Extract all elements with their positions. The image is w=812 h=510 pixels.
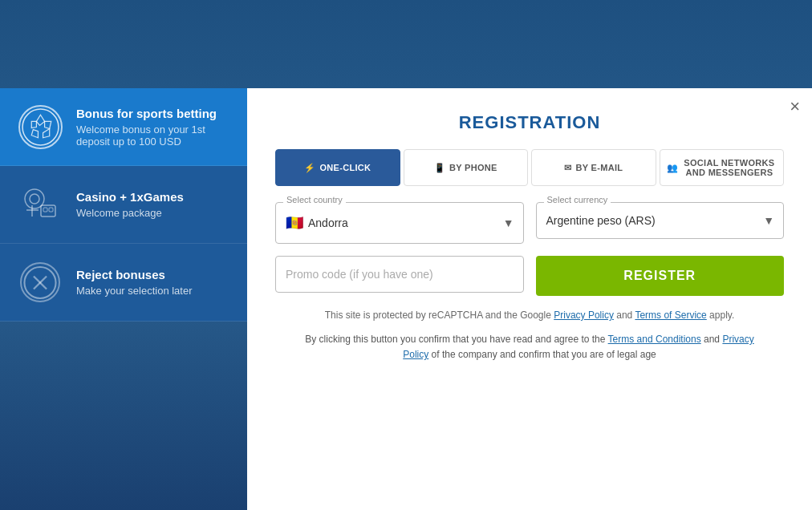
svg-marker-4 — [31, 129, 38, 137]
email-icon: ✉ — [564, 163, 571, 173]
casino-bonus-icon — [16, 180, 64, 229]
register-button-wrapper: REGISTER — [536, 256, 785, 296]
currency-group: Select currency Argentine peso (ARS) ▼ — [536, 202, 785, 244]
terms-service-link[interactable]: Terms of Service — [635, 310, 706, 321]
of-company-text: of the company and confirm that you are … — [432, 349, 656, 360]
tab-by-email-label: BY E-MAIL — [576, 163, 623, 172]
privacy-policy-link[interactable]: Privacy Policy — [554, 310, 614, 321]
svg-marker-2 — [44, 121, 51, 128]
terms-conditions-link[interactable]: Terms and Conditions — [608, 334, 701, 345]
country-value: Andorra — [308, 217, 514, 229]
country-flag: 🇦🇩 — [286, 214, 303, 232]
phone-icon: 📱 — [434, 163, 445, 173]
lightning-icon: ⚡ — [304, 163, 315, 173]
country-currency-row: Select country 🇦🇩 Andorra ▼ Select curre… — [275, 202, 784, 244]
legal-apply: apply. — [709, 310, 734, 321]
tab-one-click[interactable]: ⚡ ONE-CLICK — [275, 149, 400, 186]
sports-bonus-icon — [16, 103, 64, 151]
reject-bonus-title: Reject bonuses — [76, 268, 193, 281]
casino-bonus-text: Casino + 1xGames Welcome package — [76, 190, 184, 219]
sports-bonus-subtitle: Welcome bonus on your 1st deposit up to … — [76, 123, 233, 148]
currency-label: Select currency — [544, 195, 611, 204]
tab-social[interactable]: 👥 SOCIAL NETWORKS AND MESSENGERS — [660, 149, 785, 186]
country-select-wrapper: 🇦🇩 Andorra ▼ — [275, 202, 524, 244]
soccer-ball-icon — [18, 105, 63, 149]
currency-value: Argentine peso (ARS) — [546, 214, 774, 227]
promo-register-row: REGISTER — [275, 256, 784, 296]
registration-tabs: ⚡ ONE-CLICK 📱 BY PHONE ✉ BY E-MAIL 👥 SOC… — [275, 149, 784, 186]
svg-point-7 — [30, 194, 39, 204]
recaptcha-text: This site is protected by reCAPTCHA and … — [325, 310, 551, 321]
legal-and: and — [616, 310, 632, 321]
left-panel: Bonus for sports betting Welcome bonus o… — [0, 88, 249, 322]
social-icon: 👥 — [667, 163, 678, 173]
svg-marker-3 — [43, 128, 49, 137]
svg-marker-5 — [31, 121, 36, 128]
svg-rect-10 — [49, 208, 53, 212]
register-button[interactable]: REGISTER — [536, 256, 785, 296]
modal-title: REGISTRATION — [275, 112, 784, 133]
tab-one-click-label: ONE-CLICK — [320, 163, 371, 172]
casino-bonus-subtitle: Welcome package — [76, 207, 184, 219]
reject-circle-icon — [20, 262, 60, 302]
currency-select-wrapper: Argentine peso (ARS) ▼ — [536, 202, 785, 239]
reject-bonus-item[interactable]: Reject bonuses Make your selection later — [0, 244, 249, 322]
sports-bonus-title: Bonus for sports betting — [76, 107, 233, 120]
reject-bonus-subtitle: Make your selection later — [76, 285, 193, 297]
tab-by-email[interactable]: ✉ BY E-MAIL — [531, 149, 656, 186]
svg-rect-9 — [43, 208, 47, 212]
recaptcha-legal-text: This site is protected by reCAPTCHA and … — [275, 308, 784, 322]
registration-modal: × REGISTRATION ⚡ ONE-CLICK 📱 BY PHONE ✉ … — [247, 88, 812, 510]
country-label: Select country — [283, 195, 346, 204]
casino-bonus-title: Casino + 1xGames — [76, 190, 184, 204]
country-select-display[interactable]: 🇦🇩 Andorra ▼ — [275, 202, 524, 244]
tab-by-phone[interactable]: 📱 BY PHONE — [404, 149, 529, 186]
reject-bonus-text: Reject bonuses Make your selection later — [76, 268, 193, 297]
confirm-text: By clicking this button you confirm that… — [305, 334, 605, 345]
tab-social-label: SOCIAL NETWORKS AND MESSENGERS — [682, 158, 777, 177]
currency-select-display[interactable]: Argentine peso (ARS) ▼ — [536, 202, 785, 239]
close-button[interactable]: × — [790, 98, 800, 115]
casino-icon — [18, 183, 63, 227]
tab-by-phone-label: BY PHONE — [449, 163, 497, 172]
promo-group — [275, 256, 524, 296]
confirm-legal-text: By clicking this button you confirm that… — [275, 332, 784, 362]
reject-bonus-icon — [16, 258, 64, 306]
sports-bonus-text: Bonus for sports betting Welcome bonus o… — [76, 107, 233, 148]
sports-bonus-item[interactable]: Bonus for sports betting Welcome bonus o… — [0, 88, 249, 166]
country-group: Select country 🇦🇩 Andorra ▼ — [275, 202, 524, 244]
legal-and2: and — [704, 334, 720, 345]
svg-marker-1 — [36, 115, 44, 125]
promo-input[interactable] — [275, 256, 524, 293]
casino-bonus-item[interactable]: Casino + 1xGames Welcome package — [0, 166, 249, 244]
